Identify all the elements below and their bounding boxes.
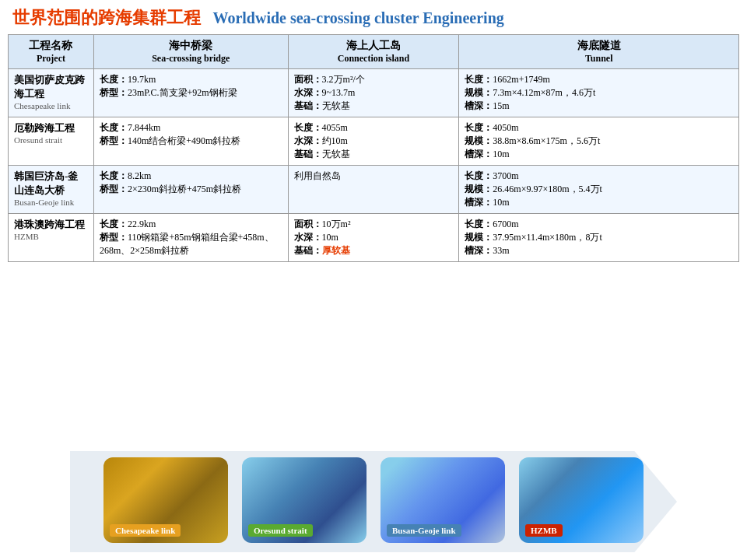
- title-en: Worldwide sea-crossing cluster Engineeri…: [213, 9, 504, 26]
- cell-project: 美国切萨皮克跨海工程Chesapeake link: [9, 69, 94, 117]
- cell-project: 港珠澳跨海工程HZMB: [9, 214, 94, 262]
- header-tunnel: 海底隧道 Tunnel: [459, 35, 739, 69]
- photos-row: Chesapeake link Oresund strait Busan-Geo…: [57, 457, 690, 543]
- table-row: 厄勒跨海工程Oresund strait长度：7.844km桥型：140m结合桁…: [9, 117, 739, 166]
- header-project: 工程名称 Project: [9, 35, 94, 69]
- title-cn: 世界范围的跨海集群工程: [12, 8, 201, 27]
- page-title: 世界范围的跨海集群工程 Worldwide sea-crossing clust…: [0, 0, 747, 34]
- cell-island: 面积：3.2万m²/个水深：9~13.7m基础：无软基: [288, 69, 459, 117]
- main-table: 工程名称 Project 海中桥梁 Sea-crossing bridge 海上…: [8, 34, 739, 262]
- cell-tunnel: 长度：6700m规模：37.95m×11.4m×180m，8万t槽深：33m: [459, 214, 739, 262]
- cell-project: 厄勒跨海工程Oresund strait: [9, 117, 94, 166]
- photo-oresund: Oresund strait: [242, 457, 366, 543]
- cell-tunnel: 长度：3700m规模：26.46m×9.97×180m，5.4万t槽深：10m: [459, 166, 739, 214]
- cell-island: 面积：10万m²水深：10m基础：厚软基: [288, 214, 459, 262]
- cell-bridge: 长度：22.9km桥型：110钢箱梁+85m钢箱组合梁+458m、268m、2×…: [93, 214, 288, 262]
- cell-island: 长度：4055m水深：约10m基础：无软基: [288, 117, 459, 166]
- table-row: 美国切萨皮克跨海工程Chesapeake link长度：19.7km桥型：23m…: [9, 69, 739, 117]
- photo-label-hzmb: HZMB: [525, 524, 563, 537]
- cell-bridge: 长度：7.844km桥型：140m结合桁梁+490m斜拉桥: [93, 117, 288, 166]
- cell-tunnel: 长度：4050m规模：38.8m×8.6m×175m，5.6万t槽深：10m: [459, 117, 739, 166]
- photo-hzmb: HZMB: [519, 457, 644, 543]
- cell-bridge: 长度：19.7km桥型：23mP.C.简支梁+92m钢桁梁: [93, 69, 288, 117]
- cell-tunnel: 长度：1662m+1749m规模：7.3m×4.12m×87m，4.6万t槽深：…: [459, 69, 739, 117]
- cell-island: 利用自然岛: [288, 166, 459, 214]
- bottom-section: Chesapeake link Oresund strait Busan-Geo…: [0, 424, 747, 552]
- photo-chesapeake: Chesapeake link: [103, 457, 228, 543]
- table-row: 韩国巨济岛-釜山连岛大桥Busan-Geoje link长度：8.2km桥型：2…: [9, 166, 739, 214]
- photo-busan: Busan-Geoje link: [381, 457, 505, 543]
- photo-label-busan: Busan-Geoje link: [387, 524, 461, 537]
- cell-project: 韩国巨济岛-釜山连岛大桥Busan-Geoje link: [9, 166, 94, 214]
- cell-bridge: 长度：8.2km桥型：2×230m斜拉桥+475m斜拉桥: [93, 166, 288, 214]
- header-bridge: 海中桥梁 Sea-crossing bridge: [93, 35, 288, 69]
- photo-label-chesapeake: Chesapeake link: [110, 524, 181, 537]
- photo-label-oresund: Oresund strait: [248, 524, 313, 537]
- table-row: 港珠澳跨海工程HZMB长度：22.9km桥型：110钢箱梁+85m钢箱组合梁+4…: [9, 214, 739, 262]
- header-island: 海上人工岛 Connection island: [288, 35, 459, 69]
